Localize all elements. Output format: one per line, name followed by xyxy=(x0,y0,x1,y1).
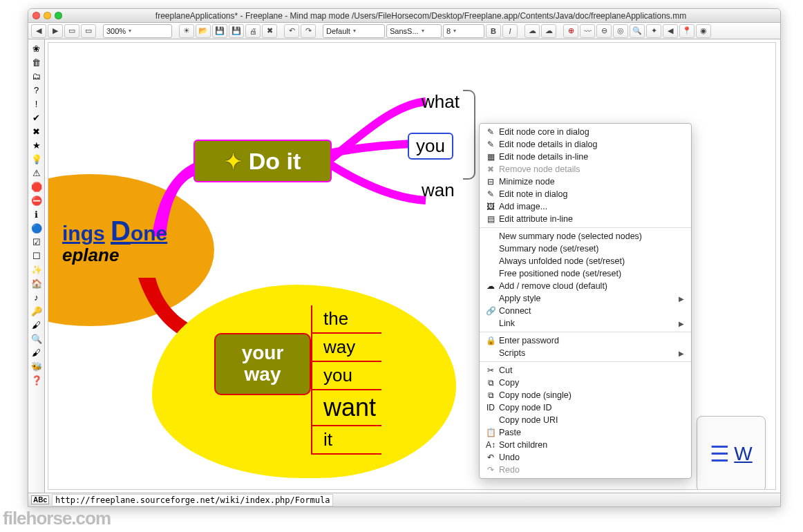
vtool-icon-13[interactable]: 🔵 xyxy=(30,222,43,234)
menu-item-label: Apply style xyxy=(499,294,540,303)
tool-b-button[interactable]: 〰 xyxy=(580,24,595,38)
tool-g-button[interactable]: ◀ xyxy=(663,24,678,38)
cloud-color-button[interactable]: ☁ xyxy=(541,24,556,38)
tool-f-button[interactable]: ✦ xyxy=(646,24,661,38)
menu-item[interactable]: 🔗Connect xyxy=(480,305,691,317)
vtool-icon-7[interactable]: ★ xyxy=(30,139,43,151)
node-want-partial[interactable]: wan xyxy=(422,180,455,201)
nav-misc-button-1[interactable]: ▭ xyxy=(64,24,79,38)
menu-item[interactable]: Apply style▶ xyxy=(480,292,691,305)
tool-h-button[interactable]: 📍 xyxy=(679,24,695,38)
tool-c-button[interactable]: ⊖ xyxy=(596,24,612,38)
tool-d-button[interactable]: ◎ xyxy=(613,24,628,38)
vtool-icon-2[interactable]: 🗂 xyxy=(30,70,43,82)
node-what[interactable]: what xyxy=(422,91,460,113)
menu-item[interactable]: ▦Edit node details in-line xyxy=(480,151,691,163)
vtool-icon-24[interactable]: ❓ xyxy=(30,374,43,386)
titlebar: freeplaneApplications* - Freeplane - Min… xyxy=(28,9,780,23)
tool-a-button[interactable]: ⊕ xyxy=(563,24,578,38)
menu-item[interactable]: 📋Paste xyxy=(480,426,691,439)
menu-item[interactable]: New summary node (selected nodes) xyxy=(480,230,691,243)
font-family-combo[interactable]: SansS...▾ xyxy=(386,24,442,38)
menu-item[interactable]: Copy node URI xyxy=(480,414,691,426)
menu-item-label: Always unfolded node (set/reset) xyxy=(499,256,625,266)
vtool-icon-18[interactable]: ♪ xyxy=(30,291,43,303)
side-panel[interactable]: ☰ W xyxy=(697,416,766,490)
nav-back-button[interactable]: ◀ xyxy=(31,24,46,38)
node-the[interactable]: the xyxy=(311,305,381,334)
minimize-icon[interactable] xyxy=(44,12,51,19)
vtool-icon-10[interactable]: 🛑 xyxy=(30,180,43,193)
vtool-icon-6[interactable]: ✖ xyxy=(30,125,43,137)
menu-item[interactable]: Scripts▶ xyxy=(480,347,691,359)
tool-i-button[interactable]: ◉ xyxy=(696,24,711,38)
vtool-icon-20[interactable]: 🖌 xyxy=(30,319,43,331)
font-size-combo[interactable]: 8▾ xyxy=(443,24,484,38)
redo-button[interactable]: ↷ xyxy=(301,24,316,38)
vtool-icon-5[interactable]: ✔ xyxy=(30,111,43,124)
menu-item[interactable]: ✎Edit node core in dialog xyxy=(480,126,691,138)
vtool-icon-17[interactable]: 🏠 xyxy=(30,277,43,289)
abc-icon[interactable]: ABc xyxy=(31,495,49,504)
nav-misc-button-2[interactable]: ▭ xyxy=(81,24,96,38)
zoom-combo[interactable]: 300%▾ xyxy=(103,24,172,38)
vtool-icon-0[interactable]: ❀ xyxy=(30,42,43,55)
vtool-icon-8[interactable]: 💡 xyxy=(30,153,43,165)
menu-item[interactable]: 🖼Add image... xyxy=(480,200,691,213)
menu-item[interactable]: ☁Add / remove cloud (default) xyxy=(480,280,691,292)
cloud-button[interactable]: ☁ xyxy=(525,24,540,38)
vtool-icon-3[interactable]: ? xyxy=(30,84,43,96)
vtool-icon-15[interactable]: ☐ xyxy=(30,249,43,262)
menu-item[interactable]: Summary node (set/reset) xyxy=(480,243,691,255)
menu-item-label: Undo xyxy=(499,453,520,462)
vtool-icon-16[interactable]: ✨ xyxy=(30,263,43,276)
menu-item[interactable]: ▤Edit attribute in-line xyxy=(480,213,691,225)
close-icon[interactable] xyxy=(32,12,40,19)
menu-item[interactable]: ⧉Copy xyxy=(480,377,691,389)
vtool-icon-22[interactable]: 🖌 xyxy=(30,346,43,359)
bold-button[interactable]: B xyxy=(486,24,501,38)
menu-item[interactable]: Free positioned node (set/reset) xyxy=(480,267,691,280)
menu-item[interactable]: Link▶ xyxy=(480,317,691,330)
italic-button[interactable]: I xyxy=(502,24,518,38)
close-doc-button[interactable]: ✖ xyxy=(262,24,277,38)
node-way[interactable]: way xyxy=(311,334,381,362)
node-you-2[interactable]: you xyxy=(311,362,381,390)
maximize-icon[interactable] xyxy=(55,12,62,19)
vtool-icon-12[interactable]: ℹ xyxy=(30,208,43,220)
menu-item[interactable]: ⊟Minimize node xyxy=(480,175,691,188)
node-you[interactable]: you xyxy=(408,133,453,160)
menu-item[interactable]: IDCopy node ID xyxy=(480,401,691,414)
menu-item[interactable]: ✎Edit note in dialog xyxy=(480,188,691,200)
menu-item: ↷Redo xyxy=(480,464,691,476)
new-button[interactable]: ☀ xyxy=(179,24,194,38)
menu-item[interactable]: ✎Edit node details in dialog xyxy=(480,138,691,151)
node-want[interactable]: want xyxy=(311,390,381,426)
save-button[interactable]: 💾 xyxy=(212,24,227,38)
vtool-icon-1[interactable]: 🗑 xyxy=(30,56,43,68)
vtool-icon-21[interactable]: 🔍 xyxy=(30,332,43,345)
style-combo[interactable]: Default▾ xyxy=(323,24,385,38)
node-yourway[interactable]: your way xyxy=(214,333,311,395)
menu-item[interactable]: ⧉Copy node (single) xyxy=(480,389,691,401)
vtool-icon-23[interactable]: 🐝 xyxy=(30,360,43,372)
nav-forward-button[interactable]: ▶ xyxy=(48,24,63,38)
print-button[interactable]: 🖨 xyxy=(245,24,261,38)
menu-item[interactable]: Always unfolded node (set/reset) xyxy=(480,255,691,267)
menu-item[interactable]: ↶Undo xyxy=(480,451,691,464)
menu-item[interactable]: A↕Sort children xyxy=(480,439,691,451)
vtool-icon-19[interactable]: 🔑 xyxy=(30,305,43,317)
vtool-icon-14[interactable]: ☑ xyxy=(30,236,43,248)
vtool-icon-4[interactable]: ! xyxy=(30,97,43,110)
menu-item[interactable]: 🔒Enter password xyxy=(480,334,691,347)
vtool-icon-11[interactable]: ⛔ xyxy=(30,194,43,207)
vtool-icon-9[interactable]: ⚠ xyxy=(30,167,43,179)
saveall-button[interactable]: 💾 xyxy=(229,24,244,38)
menu-item[interactable]: ✂Cut xyxy=(480,364,691,377)
node-it[interactable]: it xyxy=(311,426,381,455)
open-button[interactable]: 📂 xyxy=(196,24,211,38)
tool-e-button[interactable]: 🔍 xyxy=(630,24,645,38)
node-doit[interactable]: ✦ Do it xyxy=(193,140,332,182)
menu-item-icon: ⧉ xyxy=(485,390,496,400)
undo-button[interactable]: ↶ xyxy=(284,24,299,38)
